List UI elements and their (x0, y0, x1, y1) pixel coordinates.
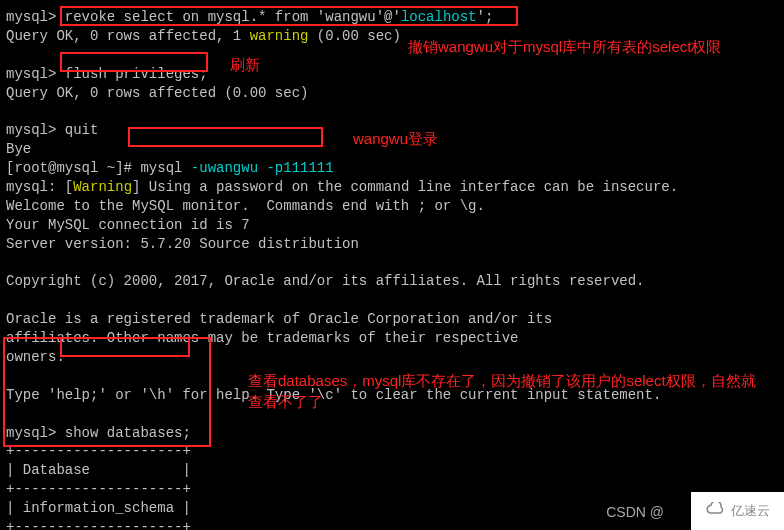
terminal-line-18: affiliates. Other names may be trademark… (6, 329, 778, 348)
terminal-blank (6, 291, 778, 310)
terminal-line-17: Oracle is a registered trademark of Orac… (6, 310, 778, 329)
cloud-icon (705, 500, 725, 522)
terminal-line-11: Welcome to the MySQL monitor. Commands e… (6, 197, 778, 216)
annotation-showdb: 查看databases，mysql库不存在了，因为撤销了该用户的select权限… (248, 370, 768, 412)
annotation-flush: 刷新 (230, 54, 260, 75)
brand-watermark: 亿速云 (691, 492, 784, 530)
terminal-line-25: | Database | (6, 461, 778, 480)
terminal-line-24: +--------------------+ (6, 442, 778, 461)
terminal-line-26: +--------------------+ (6, 480, 778, 499)
terminal-line-1: mysql> revoke select on mysql.* from 'wa… (6, 8, 778, 27)
terminal-line-10: mysql: [Warning] Using a password on the… (6, 178, 778, 197)
terminal-blank (6, 102, 778, 121)
terminal-line-5: Query OK, 0 rows affected (0.00 sec) (6, 84, 778, 103)
annotation-revoke: 撤销wangwu对于mysql库中所有表的select权限 (408, 36, 721, 57)
csdn-watermark: CSDN @ (606, 503, 664, 522)
terminal-line-19: owners. (6, 348, 778, 367)
terminal-line-12: Your MySQL connection id is 7 (6, 216, 778, 235)
terminal-blank (6, 254, 778, 273)
terminal-line-9: [root@mysql ~]# mysql -uwangwu -p111111 (6, 159, 778, 178)
terminal-line-23: mysql> show databases; (6, 424, 778, 443)
terminal-line-15: Copyright (c) 2000, 2017, Oracle and/or … (6, 272, 778, 291)
terminal-line-4: mysql> flush privileges; (6, 65, 778, 84)
terminal-line-13: Server version: 5.7.20 Source distributi… (6, 235, 778, 254)
annotation-login: wangwu登录 (353, 128, 438, 149)
